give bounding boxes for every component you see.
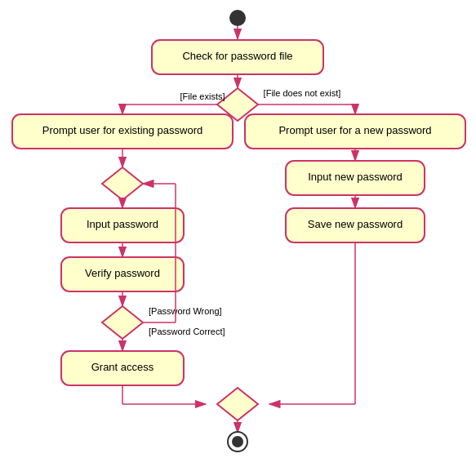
grant-access-label: Grant access <box>91 361 154 373</box>
check-file-label: Check for password file <box>182 50 292 62</box>
start-node <box>229 10 246 26</box>
verify-password-label: Verify password <box>85 267 160 279</box>
file-not-exist-label: [File does not exist] <box>264 88 341 98</box>
file-exists-label: [File exists] <box>180 91 225 101</box>
password-correct-label: [Password Correct] <box>149 327 225 336</box>
end-merge-diamond <box>217 388 258 420</box>
prompt-new-label: Prompt user for a new password <box>278 124 431 136</box>
end-node-inner <box>232 436 243 447</box>
verify-decision-diamond <box>102 306 143 339</box>
prompt-existing-label: Prompt user for existing password <box>42 124 203 136</box>
password-wrong-label: [Password Wrong] <box>149 306 222 316</box>
input-password-label: Input password <box>87 218 158 230</box>
loop-decision-diamond <box>102 167 143 200</box>
input-new-label: Input new password <box>308 171 403 183</box>
save-new-label: Save new password <box>308 218 403 230</box>
